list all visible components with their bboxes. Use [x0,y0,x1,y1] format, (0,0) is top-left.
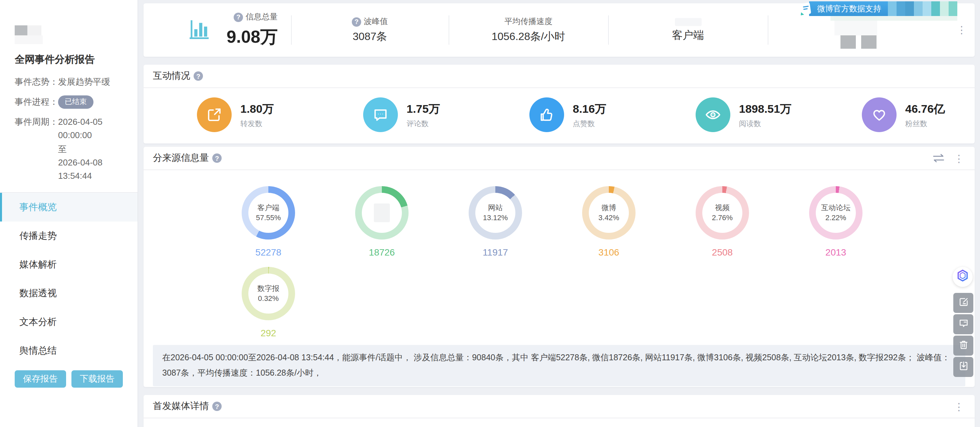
sidebar-item-1[interactable]: 事件概览 [0,193,137,222]
donut-center-pct: 2.22% [826,213,846,223]
stat-label [675,17,701,26]
stat-value: 3087条 [353,30,387,44]
source-summary: 在2026-04-05 00:00:00至2026-04-08 13:54:44… [153,345,965,387]
source-donut-网站: 网站13.12% 11917 [469,186,522,257]
interaction-label: 阅读数 [739,118,791,129]
stat-label: ?信息总量 [234,11,278,23]
stat-value: 客户端 [672,29,704,42]
donut-center-name: 互动论坛 [821,203,851,213]
interaction-item-1: 1.80万 转发数 [143,97,310,132]
heart-icon [862,97,897,132]
download-tool-button[interactable] [953,357,973,377]
bar-chart-icon [186,16,212,44]
edit-icon [958,296,969,310]
edit-tool-button[interactable] [953,293,973,313]
sidebar: 全网事件分析报告 事件态势： 发展趋势平缓 事件进程： 已结束 事件周期： 20… [0,0,138,427]
save-report-button[interactable]: 保存报告 [15,370,66,387]
event-progress-label: 事件进程： [15,95,58,109]
ribbon-underlay [830,16,957,21]
donut-value: 18726 [355,247,409,257]
donut-center-pct: 13.12% [483,213,508,223]
stat-col-1: ?信息总量9.08万 [143,3,291,57]
first-media-title: 首发媒体详情 [153,400,209,412]
interaction-title: 互动情况 [153,70,190,82]
stat-help-icon[interactable]: ? [352,17,361,26]
donut-center-pct: 3.42% [598,213,619,223]
ribbon-mosaic-redacted [888,2,957,16]
comment-bubble-icon [958,317,969,331]
stat-value: 9.08万 [227,25,278,49]
assistant-logo-button[interactable] [953,267,973,287]
sidebar-item-3[interactable]: 媒体解析 [0,250,137,279]
stat-col-4: 客户端 [608,3,768,57]
source-donut-微博: 微博3.42% 3106 [582,186,636,257]
hexagon-logo-icon [956,269,969,285]
donut-center-pct: 57.55% [256,213,281,223]
source-donut-微信: 18726 [355,186,409,257]
donut-value: 11917 [469,247,522,257]
stat-help-icon[interactable]: ? [234,12,243,22]
first-media-more-menu-icon[interactable]: ⋮ [954,401,964,411]
floating-toolbar [953,293,973,377]
first-media-help-icon[interactable]: ? [212,402,222,411]
stat-col-3: 平均传播速度1056.28条/小时 [449,3,608,57]
interaction-value: 1898.51万 [739,101,791,116]
interaction-value: 1.75万 [407,101,440,116]
interaction-item-4: 1898.51万 阅读数 [642,97,808,132]
first-media-card: 首发媒体详情 ? ⋮ [143,395,975,427]
sidebar-item-6[interactable]: 舆情总结 [0,336,137,365]
weibo-data-icon [799,2,813,16]
donut-center-pct: 0.32% [258,294,279,303]
interaction-label: 粉丝数 [905,118,945,129]
donut-value: 292 [242,328,295,338]
donut-row-2: 数字报0.32% 292 [143,267,975,338]
event-status-label: 事件态势： [15,75,58,89]
donut-value: 52278 [242,247,295,257]
weibo-data-ribbon: 微博官方数据支持 [799,2,957,16]
stat-label: 平均传播速度 [504,16,552,27]
comment-bubble-tool-button[interactable] [953,314,973,334]
stats-more-menu-icon[interactable]: ⋮ [957,25,967,35]
period-join: 至 [58,143,123,156]
logo-redacted [15,25,123,44]
swap-view-icon[interactable] [932,154,945,163]
interaction-card: 互动情况 ? 1.80万 转发数 1.75万 评论数 8.16万 点赞数 189… [143,65,975,143]
sidebar-item-5[interactable]: 文本分析 [0,308,137,336]
thumbs-up-icon [530,97,564,132]
ribbon-label: 微博官方数据支持 [809,2,888,16]
stat-col-2: ?波峰值3087条 [291,3,449,57]
stat-label-redacted [675,17,701,26]
event-period-field: 事件周期： 2026-04-05 00:00:00 至 2026-04-08 1… [15,116,123,183]
event-period-label: 事件周期： [15,116,58,183]
interaction-item-3: 8.16万 点赞数 [476,97,642,132]
interaction-value: 8.16万 [573,101,606,116]
interaction-label: 评论数 [407,118,440,129]
sidebar-item-2[interactable]: 传播走势 [0,222,137,250]
source-donut-视频: 视频2.76% 2508 [695,186,749,257]
donut-center-name: 微博 [601,203,616,213]
donut-row-1: 客户端57.55% 52278 18726 网站13.12% 11917 微博3… [143,186,975,257]
source-donut-数字报: 数字报0.32% 292 [242,267,295,338]
source-donut-客户端: 客户端57.55% 52278 [242,186,295,257]
download-report-button[interactable]: 下载报告 [72,370,123,387]
eye-icon [695,97,730,132]
donut-center-name: 视频 [715,203,730,213]
trash-tool-button[interactable] [953,336,973,356]
status-badge: 已结束 [58,95,94,109]
interaction-label: 点赞数 [573,118,606,129]
donut-center-name: 数字报 [257,284,279,294]
interaction-item-2: 1.75万 评论数 [310,97,476,132]
sidebar-item-4[interactable]: 数据透视 [0,279,137,308]
report-title: 全网事件分析报告 [15,53,123,66]
event-status-value: 发展趋势平缓 [58,75,110,89]
interaction-item-5: 46.76亿 粉丝数 [808,97,975,132]
interaction-value: 1.80万 [240,101,274,116]
interaction-help-icon[interactable]: ? [194,71,203,81]
interaction-label: 转发数 [240,118,274,129]
sidebar-nav: 事件概览传播走势媒体解析数据透视文本分析舆情总结 [0,192,137,365]
sources-help-icon[interactable]: ? [212,154,222,163]
donut-center-pct: 2.76% [712,213,733,223]
donut-value: 2508 [695,247,749,257]
sources-more-menu-icon[interactable]: ⋮ [954,153,964,163]
sources-card: 分来源信息量 ? ⋮ 客户端57.55% 52278 18726 网站13.12… [143,147,975,387]
